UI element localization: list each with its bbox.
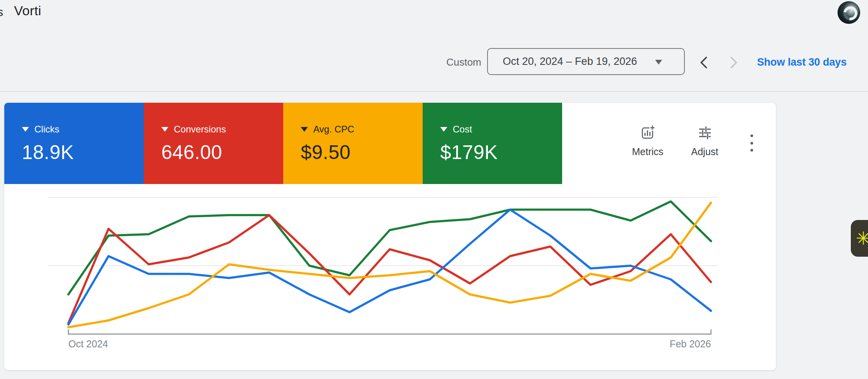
clipped-header-text: s	[0, 5, 3, 19]
page-title: Vorti	[14, 3, 41, 18]
scorecard-value: $9.50	[301, 141, 423, 164]
header-divider	[0, 91, 868, 92]
scorecard-value: $179K	[440, 141, 562, 164]
vertical-ellipsis-icon	[750, 142, 753, 145]
date-range-type-label: Custom	[426, 56, 481, 68]
previous-range-button[interactable]	[698, 54, 711, 71]
chevron-down-icon	[161, 127, 168, 132]
adjust-button[interactable]: Adjust	[681, 124, 728, 157]
scorecard-avg-cpc[interactable]: Avg. CPC $9.50	[283, 103, 423, 184]
x-axis-end-label: Feb 2026	[633, 338, 711, 350]
chevron-left-icon	[701, 57, 706, 68]
metrics-button-label: Metrics	[623, 146, 672, 157]
scorecard-row: Clicks 18.9K Conversions 646.00 Avg. CPC…	[4, 103, 562, 184]
vertical-ellipsis-icon	[750, 134, 753, 137]
scorecard-label: Avg. CPC	[313, 124, 354, 135]
date-range-value: Oct 20, 2024 – Feb 19, 2026	[503, 49, 637, 74]
chevron-down-icon	[301, 127, 308, 132]
bar-chart-add-icon	[639, 124, 656, 141]
scorecard-label: Clicks	[34, 124, 59, 135]
account-avatar[interactable]	[838, 1, 860, 24]
show-last-30-days-link[interactable]: Show last 30 days	[757, 56, 863, 68]
scorecard-label: Cost	[453, 124, 472, 135]
tune-sliders-icon	[697, 124, 713, 141]
scorecard-clicks[interactable]: Clicks 18.9K	[4, 103, 144, 184]
next-range-button[interactable]	[727, 54, 740, 71]
scorecard-conversions[interactable]: Conversions 646.00	[144, 103, 283, 184]
vertical-ellipsis-icon	[750, 149, 753, 152]
chevron-down-icon	[440, 127, 447, 132]
assistant-fab[interactable]: ✳	[851, 220, 868, 257]
starburst-icon: ✳	[851, 220, 868, 257]
date-range-picker[interactable]: Oct 20, 2024 – Feb 19, 2026	[487, 48, 685, 75]
scorecard-value: 646.00	[161, 141, 283, 164]
chevron-down-icon	[22, 127, 29, 132]
adjust-button-label: Adjust	[681, 146, 728, 157]
dropdown-caret-icon	[655, 60, 662, 64]
x-axis-start-label: Oct 2024	[68, 338, 108, 350]
scorecard-cost[interactable]: Cost $179K	[423, 103, 562, 184]
chevron-right-icon	[731, 57, 736, 68]
scorecard-value: 18.9K	[22, 141, 144, 164]
scorecard-label: Conversions	[174, 124, 226, 135]
more-options-button[interactable]	[745, 132, 759, 154]
metrics-button[interactable]: Metrics	[623, 124, 672, 157]
